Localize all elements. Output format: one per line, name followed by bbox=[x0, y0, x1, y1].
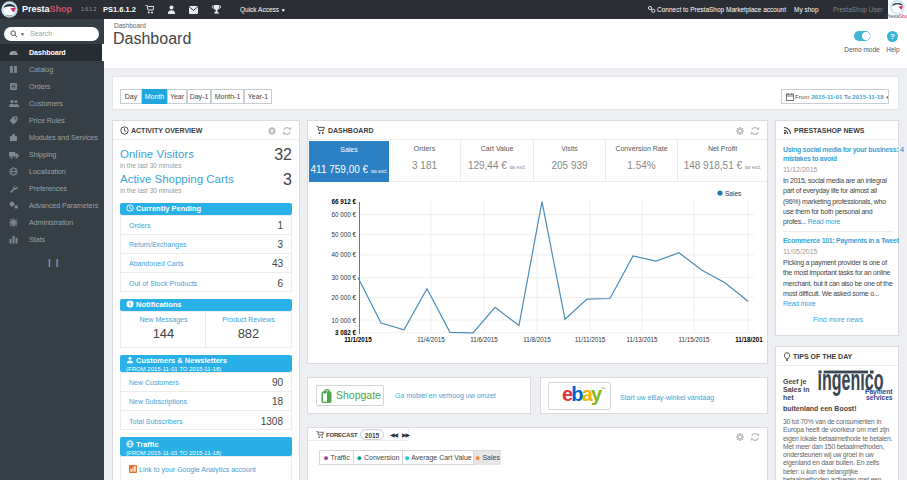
svg-text:Sales: Sales bbox=[725, 190, 742, 197]
svg-text:11/1/2015: 11/1/2015 bbox=[344, 336, 372, 343]
svg-text:50 000 €: 50 000 € bbox=[331, 231, 356, 238]
svg-text:11/8/2015: 11/8/2015 bbox=[523, 336, 551, 343]
svg-text:services: services bbox=[866, 394, 893, 401]
svg-text:30 000 €: 30 000 € bbox=[331, 274, 356, 281]
svg-text:40 000 €: 40 000 € bbox=[331, 251, 356, 258]
svg-text:66 912 €: 66 912 € bbox=[331, 198, 356, 205]
svg-text:11/18/201: 11/18/201 bbox=[735, 336, 763, 343]
svg-text:11/13/2015: 11/13/2015 bbox=[626, 336, 658, 343]
svg-text:20 000 €: 20 000 € bbox=[331, 294, 356, 301]
svg-text:11/6/2015: 11/6/2015 bbox=[470, 336, 498, 343]
svg-text:60 000 €: 60 000 € bbox=[331, 211, 356, 218]
svg-text:11/4/2015: 11/4/2015 bbox=[417, 336, 445, 343]
svg-text:11/11/2015: 11/11/2015 bbox=[575, 336, 606, 343]
svg-text:11/15/2015: 11/15/2015 bbox=[678, 336, 710, 343]
svg-text:10 000 €: 10 000 € bbox=[331, 317, 356, 324]
